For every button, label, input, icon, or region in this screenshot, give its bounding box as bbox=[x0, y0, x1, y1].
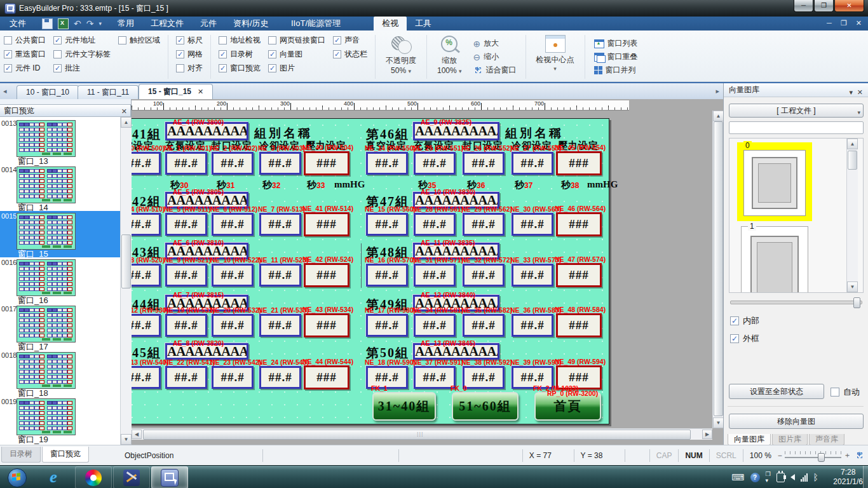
preview-item-窗口_13[interactable]: 0013窗口_13 bbox=[0, 118, 120, 165]
view-option-重迭窗口[interactable]: ✓重迭窗口 bbox=[4, 50, 46, 58]
panel-close-icon[interactable]: ✕ bbox=[121, 105, 127, 117]
numeric-object[interactable]: ##.# bbox=[512, 213, 553, 236]
view-option-状态栏[interactable]: ✓状态栏 bbox=[333, 50, 367, 58]
zoom-out-button[interactable]: ⊖ 缩小 bbox=[473, 52, 517, 62]
menu-tab-工具[interactable]: 工具 bbox=[407, 17, 440, 30]
minimize-button[interactable]: ─ bbox=[794, 0, 813, 12]
menu-tab-资料/历史[interactable]: 资料/历史 bbox=[225, 17, 277, 30]
numeric-object[interactable]: ##.# bbox=[132, 152, 161, 175]
fit-window-button[interactable]: 适合窗口 bbox=[473, 65, 517, 76]
document-tab-10 - 窗口_10[interactable]: 10 - 窗口_10 bbox=[17, 85, 79, 99]
zoom-in-button[interactable]: ⊕ 放大 bbox=[473, 39, 517, 49]
numeric-object[interactable]: ##.# bbox=[414, 314, 456, 337]
vector-item-0[interactable]: 0 bbox=[737, 142, 812, 221]
numeric-object[interactable]: ##.# bbox=[512, 314, 553, 337]
numeric-object[interactable]: ##.# bbox=[414, 264, 456, 287]
remove-vector-button[interactable]: 移除向量图 bbox=[729, 414, 864, 429]
view-option-网页链接窗口[interactable]: 网页链接窗口 bbox=[268, 36, 325, 44]
opacity-dropdown-icon[interactable]: ▾ bbox=[408, 68, 411, 74]
nav-button-31~40組[interactable]: 31~40組 bbox=[372, 392, 436, 421]
apply-all-states-button[interactable]: 设置至全部状态 bbox=[729, 384, 824, 399]
vector-list-scrollbar[interactable]: ▲ ▼ bbox=[846, 139, 858, 292]
numeric-object[interactable]: ##.# bbox=[366, 213, 408, 236]
taskbar-utility-button[interactable] bbox=[113, 466, 150, 488]
numeric-object[interactable]: ##.# bbox=[259, 213, 301, 236]
numeric-object-red[interactable]: ### bbox=[304, 313, 349, 337]
numeric-object-red[interactable]: ### bbox=[556, 151, 602, 175]
preview-item-窗口_17[interactable]: 0017窗口_17 bbox=[0, 304, 120, 350]
checkbox-icon[interactable]: ✓ bbox=[53, 36, 62, 44]
scroll-down-icon[interactable]: ▼ bbox=[713, 417, 723, 428]
window-thumbnail[interactable] bbox=[17, 398, 76, 435]
view-option-批注[interactable]: ✓批注 bbox=[53, 64, 111, 72]
numeric-object[interactable]: ##.# bbox=[512, 264, 553, 287]
numeric-object[interactable]: ##.# bbox=[165, 152, 207, 175]
fit-screen-icon[interactable] bbox=[855, 451, 864, 460]
redo-icon[interactable]: ↷ bbox=[86, 19, 94, 29]
checkbox-icon[interactable] bbox=[176, 64, 184, 72]
mdi-minimize-icon[interactable]: ─ bbox=[827, 19, 832, 27]
document-tab-15 - 窗口_15[interactable]: 15 - 窗口_15✕ bbox=[139, 84, 213, 99]
canvas-vscrollbar[interactable]: ▲ ▼ bbox=[712, 111, 723, 428]
preview-item-窗口_19[interactable]: 0019窗口_19 bbox=[0, 396, 120, 443]
numeric-object-red[interactable]: ### bbox=[304, 151, 349, 175]
hmi-screen[interactable]: 第41組AAAAAAAAAAAE_4 (RW-3800)組別名稱真空设定充氮设定… bbox=[132, 118, 609, 424]
checkbox-icon[interactable]: ✓ bbox=[176, 36, 184, 44]
panel-dropdown-icon[interactable]: ▾ bbox=[849, 86, 853, 99]
library-source-dropdown[interactable]: [ 工程文件 ] ▾ bbox=[729, 104, 864, 118]
zoom-minus-icon[interactable]: − bbox=[778, 451, 782, 460]
maximize-button[interactable]: ❐ bbox=[814, 0, 834, 12]
menu-tab-工程文件[interactable]: 工程文件 bbox=[142, 17, 192, 30]
numeric-object[interactable]: ##.# bbox=[212, 264, 254, 287]
show-desktop-button[interactable] bbox=[863, 466, 868, 488]
view-option-窗口预览[interactable]: ✓窗口预览 bbox=[219, 64, 261, 72]
numeric-object[interactable]: ##.# bbox=[366, 314, 408, 337]
menu-file[interactable]: 文件 bbox=[1, 17, 34, 30]
taskbar-browser-button[interactable] bbox=[75, 466, 112, 488]
view-option-向量图[interactable]: ✓向量图 bbox=[268, 50, 325, 58]
scroll-left-icon[interactable]: ◀ bbox=[132, 430, 142, 439]
scroll-down-icon[interactable]: ▼ bbox=[847, 281, 858, 292]
numeric-object[interactable]: ##.# bbox=[132, 264, 161, 287]
window-thumbnail[interactable] bbox=[17, 166, 76, 203]
checkbox-icon[interactable]: ✓ bbox=[4, 50, 12, 58]
taskbar-easybuilder-button[interactable] bbox=[151, 466, 188, 488]
checkbox-icon[interactable]: ✓ bbox=[176, 50, 184, 58]
auto-checkbox[interactable]: 自动 bbox=[831, 386, 860, 398]
numeric-object[interactable]: ##.# bbox=[259, 366, 301, 389]
numeric-object[interactable]: ##.# bbox=[259, 152, 301, 175]
panel-tab-目录树[interactable]: 目录树 bbox=[1, 447, 41, 463]
menu-tab-常用[interactable]: 常用 bbox=[109, 17, 142, 30]
numeric-object-red[interactable]: ### bbox=[304, 263, 349, 287]
window-thumbnail[interactable] bbox=[17, 352, 76, 389]
checkbox-icon[interactable] bbox=[219, 36, 227, 44]
mdi-close-icon[interactable]: ✕ bbox=[856, 19, 862, 27]
window-overlap-button[interactable]: 窗口重叠 bbox=[594, 52, 638, 62]
vector-item-1[interactable]: 1 bbox=[741, 226, 808, 293]
numeric-object-red[interactable]: ### bbox=[556, 263, 602, 287]
numeric-object[interactable]: ##.# bbox=[165, 213, 207, 236]
checkbox-icon[interactable]: ✓ bbox=[268, 64, 276, 72]
numeric-object[interactable]: ##.# bbox=[212, 314, 254, 337]
numeric-object-red[interactable]: ### bbox=[304, 365, 349, 390]
view-option-元件地址[interactable]: ✓元件地址 bbox=[53, 36, 111, 44]
state-slider[interactable] bbox=[730, 301, 862, 304]
numeric-object-red[interactable]: ### bbox=[556, 313, 602, 337]
view-option-网格[interactable]: ✓网格 bbox=[176, 50, 203, 58]
tab-close-icon[interactable]: ✕ bbox=[198, 88, 203, 95]
inner-checkbox[interactable]: ✓内部 bbox=[730, 315, 759, 327]
window-tile-button[interactable]: 窗口并列 bbox=[594, 65, 638, 76]
view-option-标尺[interactable]: ✓标尺 bbox=[176, 36, 203, 44]
taskbar-ie-button[interactable]: e bbox=[39, 466, 67, 487]
panel-close-icon[interactable]: ✕ bbox=[857, 86, 863, 99]
document-tab-11 - 窗口_11[interactable]: 11 - 窗口_11 bbox=[78, 85, 139, 99]
checkbox-icon[interactable] bbox=[4, 36, 12, 44]
tab-scroll-left-icon[interactable]: ◂ bbox=[3, 87, 7, 95]
checkbox-icon[interactable]: ✓ bbox=[333, 50, 341, 58]
numeric-object-red[interactable]: ### bbox=[304, 212, 349, 236]
status-zoom-slider[interactable] bbox=[785, 451, 841, 460]
scroll-up-icon[interactable]: ▲ bbox=[713, 111, 723, 121]
keyboard-icon[interactable]: ⌨ bbox=[731, 472, 744, 482]
library-tab-声音库[interactable]: 声音库 bbox=[809, 434, 844, 445]
window-thumbnail[interactable] bbox=[17, 259, 76, 296]
